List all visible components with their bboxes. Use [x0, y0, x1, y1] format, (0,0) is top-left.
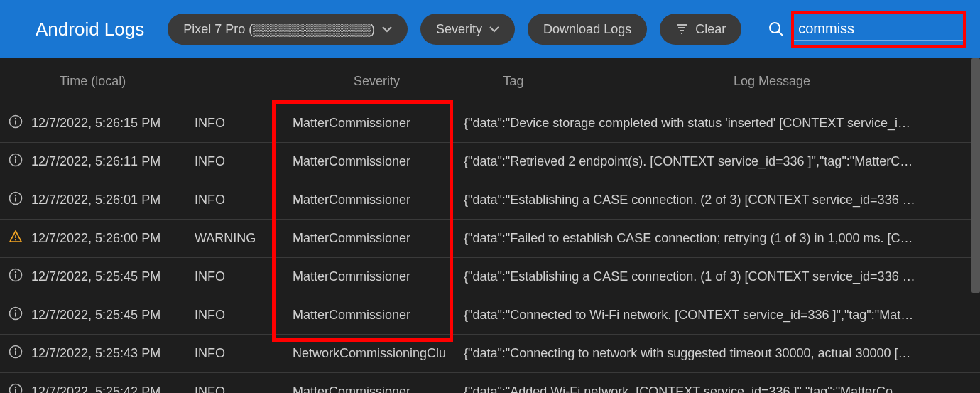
clear-button[interactable]: Clear — [660, 14, 741, 45]
svg-point-2 — [15, 118, 16, 119]
col-header-message[interactable]: Log Message — [563, 74, 980, 89]
svg-rect-17 — [15, 313, 16, 317]
cell-time: 12/7/2022, 5:25:45 PM — [31, 308, 195, 323]
cell-tag: MatterCommissioner — [283, 384, 464, 393]
cell-time: 12/7/2022, 5:26:15 PM — [31, 116, 195, 131]
col-header-time[interactable]: Time (local) — [31, 74, 195, 89]
severity-filter[interactable]: Severity — [420, 14, 515, 45]
svg-point-13 — [15, 271, 16, 273]
device-selector-label: Pixel 7 Pro (▒▒▒▒▒▒▒▒▒▒▒▒▒) — [183, 22, 375, 37]
cell-time: 12/7/2022, 5:26:11 PM — [31, 154, 195, 169]
svg-point-16 — [15, 310, 16, 311]
scrollbar[interactable] — [971, 58, 980, 293]
svg-point-0 — [770, 23, 780, 33]
cell-tag: MatterCommissioner — [283, 116, 464, 131]
severity-filter-label: Severity — [436, 22, 482, 37]
chevron-down-icon — [382, 24, 392, 34]
cell-time: 12/7/2022, 5:26:01 PM — [31, 193, 195, 208]
svg-rect-14 — [15, 274, 16, 279]
cell-time: 12/7/2022, 5:25:42 PM — [31, 384, 195, 393]
col-header-severity[interactable]: Severity — [283, 74, 464, 89]
cell-message: {"data":"Retrieved 2 endpoint(s). [CONTE… — [464, 154, 980, 169]
info-icon — [0, 153, 31, 171]
table-row[interactable]: 12/7/2022, 5:25:43 PMINFONetworkCommissi… — [0, 335, 980, 373]
page-title: Android Logs — [36, 18, 144, 41]
cell-tag: MatterCommissioner — [283, 269, 464, 284]
col-header-tag[interactable]: Tag — [464, 74, 563, 89]
download-logs-button[interactable]: Download Logs — [528, 14, 647, 45]
svg-rect-23 — [15, 389, 16, 394]
svg-point-8 — [15, 195, 16, 196]
cell-tag: MatterCommissioner — [283, 308, 464, 323]
cell-tag: MatterCommissioner — [283, 154, 464, 169]
svg-point-11 — [15, 239, 16, 241]
cell-severity: INFO — [195, 116, 283, 131]
cell-time: 12/7/2022, 5:25:45 PM — [31, 269, 195, 284]
info-icon — [0, 268, 31, 286]
cell-message: {"data":"Establishing a CASE connection.… — [464, 193, 980, 208]
cell-severity: INFO — [195, 346, 283, 361]
cell-severity: INFO — [195, 384, 283, 393]
cell-tag: MatterCommissioner — [283, 231, 464, 246]
svg-rect-20 — [15, 351, 16, 355]
table-header-row: Time (local) Severity Tag Log Message — [0, 58, 980, 104]
search-input-highlight — [791, 11, 966, 48]
info-icon — [0, 383, 31, 393]
cell-time: 12/7/2022, 5:26:00 PM — [31, 231, 195, 246]
info-icon — [0, 345, 31, 362]
log-table: Time (local) Severity Tag Log Message 12… — [0, 58, 980, 393]
info-icon — [0, 114, 31, 132]
cell-message: {"data":"Device storage completed with s… — [464, 116, 980, 131]
svg-point-22 — [15, 387, 16, 388]
table-row[interactable]: 12/7/2022, 5:26:00 PMWARNINGMatterCommis… — [0, 220, 980, 258]
info-icon — [0, 191, 31, 209]
chevron-down-icon — [489, 24, 499, 34]
table-row[interactable]: 12/7/2022, 5:25:45 PMINFOMatterCommissio… — [0, 296, 980, 335]
search-area — [768, 11, 966, 48]
svg-rect-9 — [15, 198, 16, 202]
table-row[interactable]: 12/7/2022, 5:26:11 PMINFOMatterCommissio… — [0, 143, 980, 181]
cell-tag: MatterCommissioner — [283, 193, 464, 208]
cell-message: {"data":"Establishing a CASE connection.… — [464, 269, 980, 284]
search-icon — [768, 21, 784, 37]
cell-message: {"data":"Connecting to network with sugg… — [464, 346, 980, 361]
cell-severity: INFO — [195, 269, 283, 284]
cell-message: {"data":"Added Wi-Fi network. [CONTEXT s… — [464, 384, 980, 393]
header-bar: Android Logs Pixel 7 Pro (▒▒▒▒▒▒▒▒▒▒▒▒▒)… — [0, 0, 980, 58]
svg-rect-3 — [15, 121, 16, 125]
cell-severity: INFO — [195, 154, 283, 169]
clear-icon — [675, 23, 688, 36]
clear-label: Clear — [695, 22, 726, 37]
cell-severity: WARNING — [195, 231, 283, 246]
warning-icon — [0, 230, 31, 247]
cell-severity: INFO — [195, 193, 283, 208]
svg-point-19 — [15, 348, 16, 350]
table-row[interactable]: 12/7/2022, 5:26:01 PMINFOMatterCommissio… — [0, 181, 980, 220]
device-selector[interactable]: Pixel 7 Pro (▒▒▒▒▒▒▒▒▒▒▒▒▒) — [168, 14, 408, 45]
table-row[interactable]: 12/7/2022, 5:25:42 PMINFOMatterCommissio… — [0, 373, 980, 393]
table-row[interactable]: 12/7/2022, 5:25:45 PMINFOMatterCommissio… — [0, 258, 980, 296]
search-input[interactable] — [794, 18, 963, 41]
cell-severity: INFO — [195, 308, 283, 323]
svg-rect-6 — [15, 159, 16, 163]
svg-point-5 — [15, 156, 16, 158]
cell-message: {"data":"Failed to establish CASE connec… — [464, 231, 980, 246]
svg-rect-10 — [15, 235, 16, 238]
cell-tag: NetworkCommissioningClu — [283, 346, 464, 361]
info-icon — [0, 306, 31, 324]
cell-time: 12/7/2022, 5:25:43 PM — [31, 346, 195, 361]
table-row[interactable]: 12/7/2022, 5:26:15 PMINFOMatterCommissio… — [0, 104, 980, 143]
cell-message: {"data":"Connected to Wi-Fi network. [CO… — [464, 308, 980, 323]
download-logs-label: Download Logs — [543, 22, 631, 37]
